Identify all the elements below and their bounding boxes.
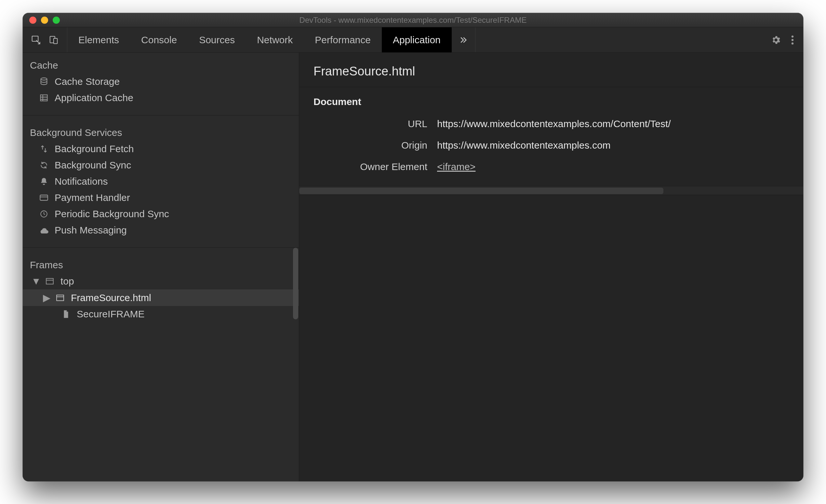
row-owner-element: Owner Element <iframe> xyxy=(299,156,803,178)
tab-network[interactable]: Network xyxy=(246,27,304,52)
svg-point-6 xyxy=(41,78,47,80)
sidebar-item-application-cache[interactable]: Application Cache xyxy=(23,90,299,106)
tab-performance[interactable]: Performance xyxy=(304,27,382,52)
device-toggle-icon[interactable] xyxy=(49,35,59,45)
clock-icon xyxy=(38,210,49,218)
sidebar-item-payment-handler[interactable]: Payment Handler xyxy=(23,190,299,206)
tab-sources[interactable]: Sources xyxy=(188,27,246,52)
frames-tree-top[interactable]: ▼ top xyxy=(23,273,299,290)
section-bg-services-label: Background Services xyxy=(23,120,299,141)
sync-icon xyxy=(38,161,49,170)
tab-application[interactable]: Application xyxy=(382,27,452,52)
application-sidebar: Cache Cache Storage Application Cache xyxy=(23,53,299,481)
document-icon xyxy=(60,310,71,319)
svg-rect-10 xyxy=(46,278,53,284)
row-origin: Origin https://www.mixedcontentexamples.… xyxy=(299,135,803,156)
settings-icon[interactable] xyxy=(771,35,781,45)
row-url-label: URL xyxy=(313,118,437,129)
frame-detail-title: FrameSource.html xyxy=(299,53,803,87)
window-controls xyxy=(23,16,60,24)
svg-point-4 xyxy=(791,39,793,41)
close-window-button[interactable] xyxy=(29,16,37,24)
row-origin-value: https://www.mixedcontentexamples.com xyxy=(437,140,789,151)
window-title: DevTools - www.mixedcontentexamples.com/… xyxy=(23,16,803,25)
devtools-toolbar: Elements Console Sources Network Perform… xyxy=(23,27,803,53)
row-origin-label: Origin xyxy=(313,140,437,151)
row-url: URL https://www.mixedcontentexamples.com… xyxy=(299,113,803,135)
frames-tree-secureiframe[interactable]: SecureIFRAME xyxy=(23,306,299,322)
tabs-overflow-button[interactable] xyxy=(452,27,475,52)
section-cache-label: Cache xyxy=(23,53,299,73)
minimize-window-button[interactable] xyxy=(41,16,48,24)
caret-right-icon: ▶ xyxy=(44,292,49,303)
section-frames-label: Frames xyxy=(23,252,299,273)
maximize-window-button[interactable] xyxy=(53,16,60,24)
sidebar-item-label: Application Cache xyxy=(55,92,133,104)
sidebar-item-periodic-sync[interactable]: Periodic Background Sync xyxy=(23,206,299,222)
caret-down-icon: ▼ xyxy=(33,276,39,287)
sidebar-item-label: Notifications xyxy=(55,176,108,187)
sidebar-item-label: Payment Handler xyxy=(55,192,130,203)
sidebar-item-background-fetch[interactable]: Background Fetch xyxy=(23,141,299,157)
svg-rect-8 xyxy=(40,195,48,200)
frames-tree-label: FrameSource.html xyxy=(71,292,151,303)
horizontal-scrollbar-thumb[interactable] xyxy=(299,188,663,194)
row-owner-element-label: Owner Element xyxy=(313,161,437,172)
database-icon xyxy=(38,77,49,86)
sidebar-item-cache-storage[interactable]: Cache Storage xyxy=(23,73,299,90)
frame-detail-panel: FrameSource.html Document URL https://ww… xyxy=(299,53,803,481)
sidebar-item-notifications[interactable]: Notifications xyxy=(23,173,299,190)
svg-rect-7 xyxy=(41,95,48,101)
sidebar-item-label: Background Sync xyxy=(55,160,131,171)
row-url-value: https://www.mixedcontentexamples.com/Con… xyxy=(437,118,789,129)
svg-rect-0 xyxy=(32,36,38,41)
card-icon xyxy=(38,194,49,201)
cloud-icon xyxy=(38,227,49,234)
inspect-icon[interactable] xyxy=(31,35,42,45)
frame-icon xyxy=(44,278,55,285)
document-section-title: Document xyxy=(299,87,803,113)
sidebar-item-background-sync[interactable]: Background Sync xyxy=(23,157,299,173)
devtools-tabs: Elements Console Sources Network Perform… xyxy=(67,27,452,52)
sidebar-item-label: Push Messaging xyxy=(55,225,127,236)
horizontal-scrollbar-track[interactable] xyxy=(299,186,803,195)
fetch-icon xyxy=(38,145,49,153)
devtools-window: DevTools - www.mixedcontentexamples.com/… xyxy=(23,13,803,481)
row-owner-element-link[interactable]: <iframe> xyxy=(437,161,789,172)
titlebar: DevTools - www.mixedcontentexamples.com/… xyxy=(23,13,803,27)
svg-rect-2 xyxy=(54,38,57,44)
sidebar-item-label: Periodic Background Sync xyxy=(55,208,169,219)
tab-console[interactable]: Console xyxy=(130,27,188,52)
tab-elements[interactable]: Elements xyxy=(67,27,130,52)
frames-tree-label: top xyxy=(60,276,74,287)
sidebar-item-label: Background Fetch xyxy=(55,143,134,154)
frames-tree-label: SecureIFRAME xyxy=(77,309,144,320)
bell-icon xyxy=(38,177,49,186)
sidebar-item-label: Cache Storage xyxy=(55,76,120,87)
svg-rect-11 xyxy=(57,295,64,301)
sidebar-item-push-messaging[interactable]: Push Messaging xyxy=(23,222,299,238)
svg-point-3 xyxy=(791,36,793,38)
sidebar-scrollbar[interactable] xyxy=(293,248,298,319)
frame-icon xyxy=(55,294,66,301)
more-icon[interactable] xyxy=(791,35,794,45)
frames-tree-framesource[interactable]: ▶ FrameSource.html xyxy=(23,290,299,306)
svg-point-5 xyxy=(791,42,793,44)
grid-icon xyxy=(38,93,49,103)
